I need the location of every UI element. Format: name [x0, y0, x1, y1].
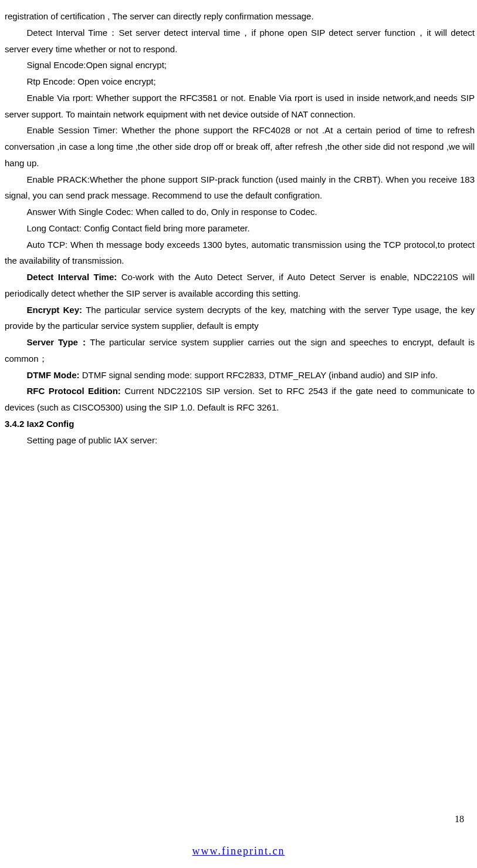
paragraph: Enable Via rport: Whether support the RF… — [5, 90, 475, 123]
paragraph: Enable Session Timer: Whether the phone … — [5, 122, 475, 171]
term-label: DTMF Mode: — [27, 370, 82, 380]
paragraph: Encrypt Key: The particular service syst… — [5, 302, 475, 335]
term-label: RFC Protocol Edition: — [27, 386, 125, 396]
paragraph: Enable PRACK:Whether the phone support S… — [5, 171, 475, 204]
term-label: Encrypt Key: — [27, 305, 86, 315]
paragraph: registration of certification , The serv… — [5, 8, 475, 25]
paragraph: RFC Protocol Edition: Current NDC2210S S… — [5, 383, 475, 416]
paragraph: Detect Interval Time：Set server detect i… — [5, 25, 475, 58]
footer-link: www.fineprint.cn — [0, 845, 477, 857]
paragraph: DTMF Mode: DTMF signal sending mode: sup… — [5, 367, 475, 383]
document-content: registration of certification , The serv… — [5, 8, 475, 448]
term-label: Server Type： — [27, 337, 90, 347]
footer-link-anchor[interactable]: www.fineprint.cn — [192, 845, 285, 857]
section-heading: 3.4.2 Iax2 Config — [5, 416, 475, 432]
paragraph: Detect Interval Time: Co-work with the A… — [5, 269, 475, 302]
term-label: Detect Interval Time: — [27, 272, 121, 282]
paragraph: Rtp Encode: Open voice encrypt; — [5, 73, 475, 90]
paragraph: Auto TCP: When th message body exceeds 1… — [5, 237, 475, 270]
paragraph: Answer With Single Codec: When called to… — [5, 204, 475, 220]
term-description: DTMF signal sending mode: support RFC283… — [82, 370, 438, 380]
paragraph: Server Type：The particular service syste… — [5, 334, 475, 367]
page-number: 18 — [455, 814, 464, 825]
section-body: Setting page of public IAX server: — [5, 432, 475, 449]
paragraph: Long Contact: Config Contact field bring… — [5, 220, 475, 237]
paragraph: Signal Encode:Open signal encrypt; — [5, 57, 475, 73]
